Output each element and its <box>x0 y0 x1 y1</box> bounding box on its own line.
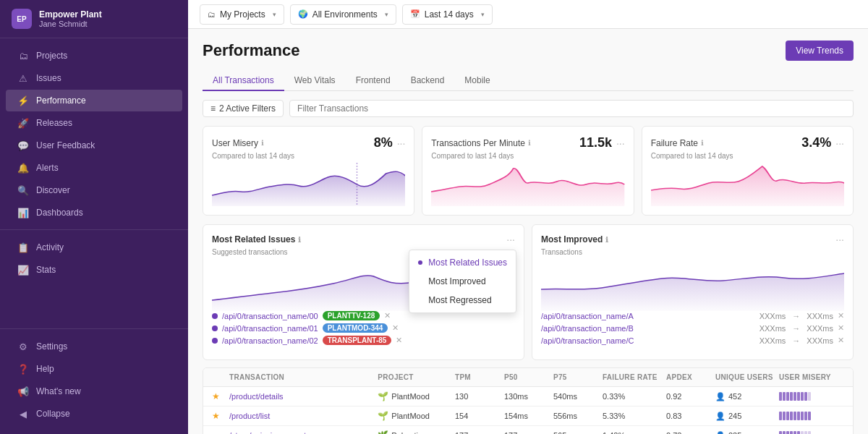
sidebar-item-projects[interactable]: 🗂 Projects <box>6 45 182 67</box>
cell-failure-rate-2: 1.43% <box>603 431 660 434</box>
active-filters-label: 2 Active Filters <box>219 103 276 114</box>
most-improved-info-icon[interactable]: ℹ <box>605 236 608 244</box>
sidebar-item-issues[interactable]: ⚠ Issues <box>6 67 182 89</box>
cell-star-2[interactable]: ○ <box>212 430 224 434</box>
sidebar-item-user-feedback[interactable]: 💬 User Feedback <box>6 135 182 156</box>
sidebar-label-collapse: Collapse <box>36 409 70 419</box>
org-name: Empower Plant <box>39 9 102 20</box>
tpm-more-button[interactable]: ··· <box>616 137 625 149</box>
sidebar-label-user-feedback: User Feedback <box>36 140 95 150</box>
sidebar: EP Empower Plant Jane Schmidt 🗂 Projects… <box>0 0 188 434</box>
environments-dropdown[interactable]: 🌍 All Environments ▾ <box>290 4 396 25</box>
table-row: ★ /product/list 🌱PlantMood 154 154ms 556… <box>203 407 853 426</box>
improved-remove-2[interactable]: ✕ <box>838 336 844 345</box>
improved-remove-1[interactable]: ✕ <box>838 323 844 333</box>
user-name: Jane Schmidt <box>39 20 102 28</box>
cell-star-0[interactable]: ★ <box>212 391 224 401</box>
cell-star-1[interactable]: ★ <box>212 411 224 421</box>
tag-remove-1[interactable]: ✕ <box>392 323 399 333</box>
sidebar-label-releases: Releases <box>36 118 72 128</box>
most-related-tags: /api/0/transaction_name/00 PLANTTV-128 ✕… <box>212 311 515 345</box>
tab-backend[interactable]: Backend <box>401 71 455 91</box>
filter-input[interactable] <box>289 100 854 117</box>
tag-link-2[interactable]: /api/0/transaction_name/02 <box>222 336 318 345</box>
sidebar-label-activity: Activity <box>36 242 64 252</box>
projects-dropdown[interactable]: 🗂 My Projects ▾ <box>200 4 284 25</box>
sidebar-item-releases[interactable]: 🚀 Releases <box>6 112 182 134</box>
tag-remove-2[interactable]: ✕ <box>396 336 402 345</box>
sidebar-bottom: ⚙ Settings ❓ Help 📢 What's new ◀ Collaps… <box>0 328 188 434</box>
most-related-info-icon[interactable]: ℹ <box>298 236 301 244</box>
table-body: ★ /product/details 🌱PlantMood 130 130ms … <box>203 387 853 434</box>
sidebar-header: EP Empower Plant Jane Schmidt <box>0 0 188 38</box>
cell-tpm-1: 154 <box>455 412 498 420</box>
sidebar-item-performance[interactable]: ⚡ Performance <box>6 90 182 111</box>
cell-link-2[interactable]: /store/api_view_events <box>229 431 372 434</box>
col-tpm: TPM <box>455 373 498 381</box>
tag-link-1[interactable]: /api/0/transaction_name/01 <box>222 324 318 333</box>
most-improved-chart <box>541 260 844 311</box>
dropdown-most-improved[interactable]: Most Improved <box>409 272 516 291</box>
date-chevron-icon: ▾ <box>481 11 485 18</box>
most-improved-panel: Most Improved ℹ ··· Transactions <box>532 224 854 360</box>
improved-link-1[interactable]: /api/0/transaction_name/B <box>541 324 634 333</box>
metric-title-user-misery: User Misery ℹ <box>212 138 264 148</box>
metric-compare-tpm: Compared to last 14 days <box>431 152 624 160</box>
improved-to-2: XXXms <box>807 336 833 345</box>
related-tag-2: /api/0/transaction_name/02 TRANSPLANT-85… <box>212 336 515 345</box>
tag-remove-0[interactable]: ✕ <box>384 311 391 320</box>
improved-tag-2: /api/0/transaction_name/C XXXms → XXXms … <box>541 336 844 345</box>
tpm-info-icon[interactable]: ℹ <box>528 139 531 147</box>
sidebar-item-dashboards[interactable]: 📊 Dashboards <box>6 202 182 224</box>
sidebar-item-alerts[interactable]: 🔔 Alerts <box>6 157 182 179</box>
dashboards-icon: 📊 <box>17 207 29 218</box>
cell-p50-0: 130ms <box>504 392 548 401</box>
user-misery-more-button[interactable]: ··· <box>397 137 406 149</box>
sidebar-label-help: Help <box>36 364 54 374</box>
active-filters-button[interactable]: ≡ 2 Active Filters <box>203 100 284 117</box>
cell-project-0: 🌱PlantMood <box>378 391 449 401</box>
cell-project-2: 🌿Palmatium <box>378 430 449 434</box>
sidebar-item-stats[interactable]: 📈 Stats <box>6 259 182 281</box>
metrics-row: User Misery ℹ 8% ··· Compared to last 14… <box>203 126 854 216</box>
sidebar-label-whats-new: What's new <box>36 386 81 396</box>
sidebar-item-discover[interactable]: 🔍 Discover <box>6 179 182 201</box>
sidebar-item-activity[interactable]: 📋 Activity <box>6 237 182 258</box>
dropdown-most-related[interactable]: Most Related Issues <box>409 253 516 272</box>
failure-rate-info-icon[interactable]: ℹ <box>701 139 704 147</box>
sidebar-item-collapse[interactable]: ◀ Collapse <box>6 403 182 425</box>
cell-link-0[interactable]: /product/details <box>229 392 372 401</box>
dropdown-most-regressed[interactable]: Most Regressed <box>409 291 516 310</box>
improved-link-0[interactable]: /api/0/transaction_name/A <box>541 312 634 320</box>
tab-all-transactions[interactable]: All Transactions <box>203 71 284 91</box>
most-related-more-button[interactable]: ··· <box>506 234 515 245</box>
sidebar-item-settings[interactable]: ⚙ Settings <box>6 336 182 357</box>
tab-mobile[interactable]: Mobile <box>454 71 500 91</box>
failure-rate-more-button[interactable]: ··· <box>835 137 844 149</box>
user-misery-info-icon[interactable]: ℹ <box>261 139 264 147</box>
most-improved-more-button[interactable]: ··· <box>835 234 844 245</box>
col-p50: P50 <box>504 373 548 381</box>
cell-users-1: 👤 245 <box>715 412 773 421</box>
table-row: ○ /store/api_view_events 🌿Palmatium 177 … <box>203 426 853 434</box>
cell-link-1[interactable]: /product/list <box>229 412 372 420</box>
view-trends-button[interactable]: View Trends <box>786 41 854 61</box>
sidebar-item-whats-new[interactable]: 📢 What's new <box>6 380 182 402</box>
most-improved-header: Most Improved ℹ ··· <box>541 234 844 245</box>
tab-web-vitals[interactable]: Web Vitals <box>284 71 346 91</box>
improved-to-1: XXXms <box>807 324 833 333</box>
improved-remove-0[interactable]: ✕ <box>838 311 844 320</box>
sidebar-label-settings: Settings <box>36 341 67 352</box>
filter-bar: ≡ 2 Active Filters <box>203 100 854 117</box>
improved-link-2[interactable]: /api/0/transaction_name/C <box>541 336 634 345</box>
topbar: 🗂 My Projects ▾ 🌍 All Environments ▾ 📅 L… <box>188 0 868 29</box>
cell-project-1: 🌱PlantMood <box>378 411 449 421</box>
col-failure-rate: FAILURE RATE <box>603 373 660 381</box>
date-dropdown[interactable]: 📅 Last 14 days ▾ <box>402 4 493 25</box>
sidebar-item-help[interactable]: ❓ Help <box>6 358 182 380</box>
alerts-icon: 🔔 <box>17 162 29 174</box>
tab-frontend[interactable]: Frontend <box>346 71 401 91</box>
tag-link-0[interactable]: /api/0/transaction_name/00 <box>222 312 318 320</box>
tag-badge-1: PLANTMOD-344 <box>323 323 388 333</box>
metric-title-tpm: Transactions Per Minute ℹ <box>431 138 531 148</box>
